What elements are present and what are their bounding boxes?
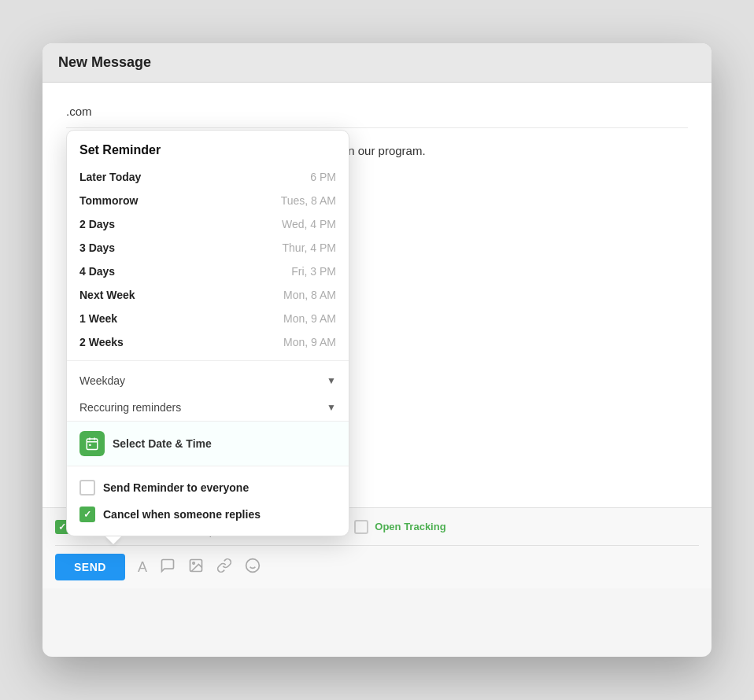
reminder-item-later-today[interactable]: Later Today 6 PM — [72, 165, 344, 189]
window-title: New Message — [58, 54, 151, 70]
popup-options: Send Reminder to everyone Cancel when so… — [67, 466, 349, 536]
popup-title: Set Reminder — [67, 131, 349, 165]
reminder-item-tomorrow[interactable]: Tommorow Tues, 8 AM — [72, 189, 344, 212]
recurring-dropdown-arrow: ▼ — [327, 402, 336, 413]
reminder-item-3days[interactable]: 3 Days Thur, 4 PM — [72, 236, 344, 260]
emoji-icon[interactable] — [245, 558, 261, 577]
image-icon[interactable] — [188, 558, 204, 577]
toolbar-icons: A — [138, 558, 261, 577]
main-window: New Message .com call yesterday. I want … — [43, 43, 711, 657]
send-reminder-checkbox[interactable] — [79, 480, 95, 496]
reminder-popup: Set Reminder Later Today 6 PM Tommorow T… — [66, 130, 349, 536]
followup-item-tracking[interactable]: Open Tracking — [354, 520, 445, 534]
email-body: .com call yesterday. I want to emphasize… — [43, 83, 711, 507]
reminder-item-2days[interactable]: 2 Days Wed, 4 PM — [72, 212, 344, 236]
weekday-dropdown-arrow: ▼ — [327, 375, 336, 386]
cancel-when-replies-label: Cancel when someone replies — [103, 508, 261, 521]
cancel-when-replies-option[interactable]: Cancel when someone replies — [79, 501, 336, 528]
select-datetime-text: Select Date & Time — [113, 437, 212, 450]
send-row: SEND A — [55, 554, 699, 580]
cancel-when-replies-checkbox[interactable] — [79, 507, 95, 522]
weekday-dropdown[interactable]: Weekday ▼ — [67, 367, 349, 394]
tracking-label: Open Tracking — [375, 521, 445, 532]
tracking-checkbox[interactable] — [354, 520, 368, 534]
reminder-item-4days[interactable]: 4 Days Fri, 3 PM — [72, 260, 344, 283]
svg-point-6 — [193, 562, 195, 564]
reminder-list: Later Today 6 PM Tommorow Tues, 8 AM 2 D… — [67, 165, 349, 354]
link-icon[interactable] — [216, 558, 232, 577]
svg-rect-0 — [87, 439, 98, 450]
email-to: .com — [66, 98, 688, 128]
divider-1 — [67, 360, 349, 361]
reminder-item-1week[interactable]: 1 Week Mon, 9 AM — [72, 307, 344, 330]
reminder-popup-overlay: Set Reminder Later Today 6 PM Tommorow T… — [66, 130, 349, 536]
text-format-icon[interactable]: A — [138, 559, 147, 576]
reminder-item-2weeks[interactable]: 2 Weeks Mon, 9 AM — [72, 330, 344, 354]
send-reminder-label: Send Reminder to everyone — [103, 481, 249, 494]
send-reminder-option[interactable]: Send Reminder to everyone — [79, 474, 336, 501]
titlebar: New Message — [43, 43, 711, 83]
calendar-icon — [79, 431, 105, 456]
reminder-item-next-week[interactable]: Next Week Mon, 8 AM — [72, 283, 344, 307]
svg-rect-4 — [89, 444, 91, 446]
svg-point-7 — [246, 558, 260, 572]
select-datetime-button[interactable]: Select Date & Time — [67, 421, 349, 466]
send-button[interactable]: SEND — [55, 554, 125, 580]
recurring-dropdown[interactable]: Reccuring reminders ▼ — [67, 394, 349, 421]
attach-icon[interactable] — [160, 558, 176, 577]
